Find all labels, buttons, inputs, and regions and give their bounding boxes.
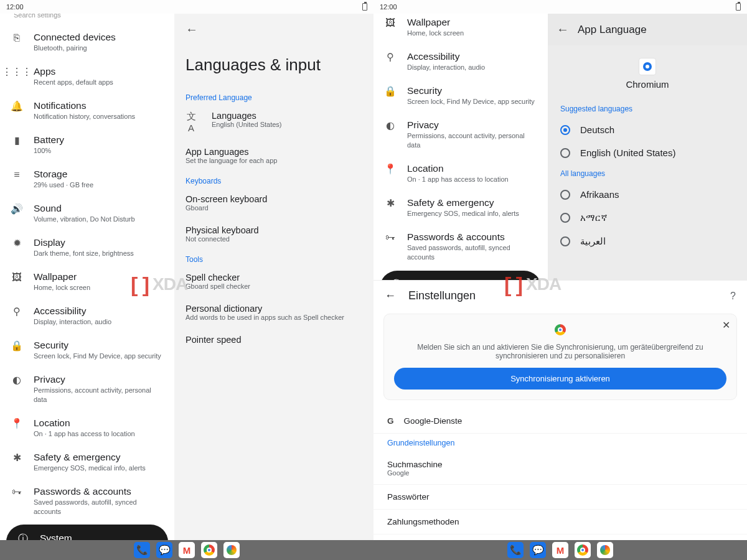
lock-icon: 🔒: [385, 86, 396, 97]
radio-icon: [560, 236, 570, 246]
nav-item-sub: Emergency SOS, medical info, alerts: [407, 209, 519, 218]
nav-item-wallpaper[interactable]: 🖼 WallpaperHome, lock screen: [0, 264, 174, 299]
lang-option-amharic[interactable]: አማርኛ: [548, 206, 747, 230]
row-languages[interactable]: 文A LanguagesEnglish (United States): [174, 105, 374, 141]
nav-item-sound[interactable]: 🔊 SoundVolume, vibration, Do Not Disturb: [0, 196, 174, 230]
section-preferred-language: Preferred Language: [174, 88, 374, 105]
nav-item-sub: 29% used · GB free: [34, 180, 93, 190]
row-spell-checker[interactable]: Spell checker Gboard spell checker: [174, 266, 374, 297]
nav-item-title: Wallpaper: [407, 16, 464, 29]
nav-item-title: Security: [407, 85, 535, 97]
lang-option-english-us[interactable]: English (United States): [548, 141, 747, 164]
radio-icon: [560, 190, 570, 200]
nav-item-privacy[interactable]: ◐ PrivacyPermissions, account activity, …: [374, 113, 548, 156]
nav-item-title: Accessibility: [34, 305, 111, 317]
settings-nav: Search settings ⎘ Connected devicesBluet…: [0, 14, 174, 560]
apps-icon: ⋮⋮⋮: [11, 67, 22, 78]
row-search-engine[interactable]: Suchmaschine Google: [374, 452, 747, 485]
row-title: Personal dictionary: [186, 304, 362, 314]
back-button[interactable]: ←: [174, 14, 374, 37]
nav-item-display[interactable]: ✹ DisplayDark theme, font size, brightne…: [0, 230, 174, 264]
nav-item-location[interactable]: 📍 LocationOn · 1 app has access to locat…: [0, 411, 174, 445]
row-title: On-screen keyboard: [186, 194, 362, 204]
nav-item-accessibility[interactable]: ⚲ AccessibilityDisplay, interaction, aud…: [374, 44, 548, 78]
wallpaper-icon: 🖼: [11, 272, 22, 283]
nav-item-connected-devices[interactable]: ⎘ Connected devicesBluetooth, pairing: [0, 25, 174, 59]
lang-option-deutsch[interactable]: Deutsch: [548, 118, 747, 141]
photos-icon[interactable]: [223, 542, 240, 558]
chrome-settings-panel: ← Einstellungen ? ✕ Melden Sie sich an u…: [374, 280, 747, 540]
back-button[interactable]: ←: [385, 289, 396, 302]
row-title: Spell checker: [186, 273, 362, 282]
nav-item-title: Security: [34, 339, 161, 352]
section-suggested-languages: Suggested languages: [548, 100, 747, 118]
nav-item-title: Privacy: [34, 373, 166, 386]
row-onscreen-keyboard[interactable]: On-screen keyboard Gboard: [174, 188, 374, 219]
bell-icon: 🔔: [11, 101, 22, 112]
nav-item-title: Accessibility: [407, 50, 485, 63]
chrome-icon[interactable]: [201, 542, 217, 558]
status-time: 12:00: [6, 3, 24, 11]
row-passwords[interactable]: Passwörter: [374, 485, 747, 510]
messages-icon[interactable]: 💬: [156, 542, 172, 558]
messages-icon[interactable]: 💬: [530, 542, 546, 558]
sound-icon: 🔊: [11, 203, 22, 215]
radio-selected-icon: [560, 125, 570, 135]
nav-item-notifications[interactable]: 🔔 NotificationsNotification history, con…: [0, 93, 174, 128]
nav-item-title: Connected devices: [34, 31, 116, 44]
help-icon[interactable]: ?: [730, 291, 736, 302]
nav-item-wallpaper[interactable]: 🖼 WallpaperHome, lock screen: [374, 14, 548, 44]
nav-item-safety[interactable]: ✱ Safety & emergencyEmergency SOS, medic…: [374, 190, 548, 225]
chrome-icon[interactable]: [575, 542, 591, 558]
nav-item-passwords[interactable]: 🗝 Passwords & accountsSaved passwords, a…: [374, 225, 548, 268]
nav-item-sub: Screen lock, Find My Device, app securit…: [407, 97, 535, 106]
nav-item-security[interactable]: 🔒 SecurityScreen lock, Find My Device, a…: [374, 78, 548, 113]
target-app: Chromium: [548, 45, 747, 100]
nav-item-safety[interactable]: ✱ Safety & emergencyEmergency SOS, medic…: [0, 445, 174, 479]
row-personal-dictionary[interactable]: Personal dictionary Add words to be used…: [174, 297, 374, 329]
row-title: Google-Dienste: [404, 416, 463, 426]
nav-item-title: Safety & emergency: [34, 451, 146, 464]
back-button[interactable]: ←: [557, 22, 569, 37]
nav-item-security[interactable]: 🔒 SecurityScreen lock, Find My Device, a…: [0, 333, 174, 367]
nav-item-title: Privacy: [407, 119, 539, 131]
row-app-languages[interactable]: App Languages Set the language for each …: [174, 141, 374, 172]
gmail-icon[interactable]: M: [552, 542, 568, 558]
sync-promo-card: ✕ Melden Sie sich an und aktivieren Sie …: [383, 314, 737, 400]
nav-item-title: Location: [407, 162, 509, 175]
row-payment-methods[interactable]: Zahlungsmethoden: [374, 510, 747, 534]
nav-item-location[interactable]: 📍 LocationOn · 1 app has access to locat…: [374, 156, 548, 190]
wallpaper-icon: 🖼: [385, 17, 396, 29]
activate-sync-button[interactable]: Synchronisierung aktivieren: [394, 368, 726, 390]
nav-item-title: Battery: [34, 134, 64, 146]
row-google-services[interactable]: G Google-Dienste: [374, 409, 747, 434]
privacy-icon: ◐: [11, 375, 22, 386]
nav-item-apps[interactable]: ⋮⋮⋮ AppsRecent apps, default apps: [0, 59, 174, 93]
lang-option-arabic[interactable]: العربية: [548, 230, 747, 253]
nav-item-sub: Screen lock, Find My Device, app securit…: [34, 352, 161, 361]
taskbar: 📞 💬 M: [0, 540, 374, 560]
lang-label: አማርኛ: [580, 212, 608, 223]
devices-icon: ⎘: [11, 32, 22, 44]
lang-option-afrikaans[interactable]: Afrikaans: [548, 183, 747, 206]
phone-icon[interactable]: 📞: [507, 542, 524, 558]
close-icon[interactable]: ✕: [722, 319, 730, 331]
nav-item-storage[interactable]: ≡ Storage29% used · GB free: [0, 162, 174, 196]
row-physical-keyboard[interactable]: Physical keyboard Not connected: [174, 219, 374, 250]
search-settings[interactable]: Search settings: [6, 14, 168, 21]
gmail-icon[interactable]: M: [179, 542, 195, 558]
accessibility-icon: ⚲: [385, 52, 396, 63]
row-pointer-speed[interactable]: Pointer speed: [174, 329, 374, 352]
phone-icon[interactable]: 📞: [134, 542, 150, 558]
safety-icon: ✱: [385, 198, 396, 209]
radio-icon: [560, 213, 570, 223]
chromium-icon: [639, 58, 656, 75]
nav-item-battery[interactable]: ▮ Battery100%: [0, 128, 174, 162]
battery-icon: ▮: [11, 135, 22, 146]
photos-icon[interactable]: [597, 542, 613, 558]
nav-item-privacy[interactable]: ◐ PrivacyPermissions, account activity, …: [0, 367, 174, 411]
nav-item-passwords[interactable]: 🗝 Passwords & accountsSaved passwords, a…: [0, 479, 174, 523]
target-app-name: Chromium: [548, 79, 747, 90]
nav-item-title: Wallpaper: [34, 271, 90, 283]
nav-item-accessibility[interactable]: ⚲ AccessibilityDisplay, interaction, aud…: [0, 299, 174, 333]
